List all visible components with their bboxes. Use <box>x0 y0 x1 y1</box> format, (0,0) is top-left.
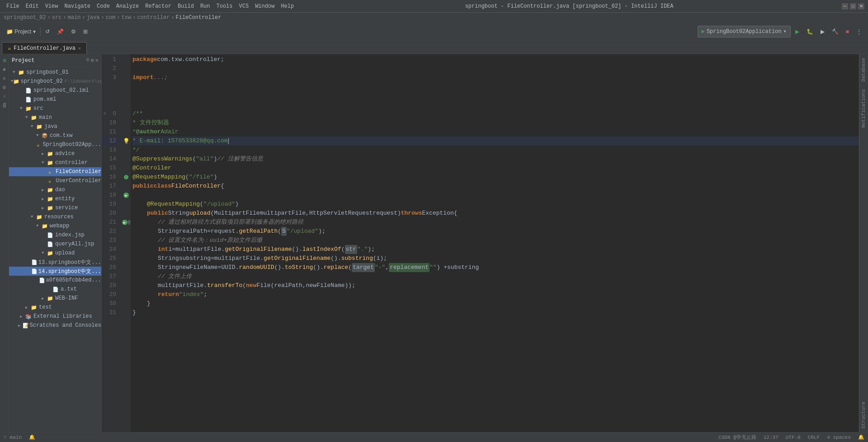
run-config-selector[interactable]: ▶ SpringBoot02Application ▾ <box>698 26 791 38</box>
tree-external-libs[interactable]: ▶ 📚 External Libraries <box>9 312 101 321</box>
left-icon-panel: ⊞ ★ ≡ ⚙ ⑂ 🗄 <box>0 54 9 432</box>
stop-button[interactable]: ■ <box>843 25 852 38</box>
tree-14springboot[interactable]: 📄 14.springboot中文... <box>9 267 101 276</box>
status-encoding[interactable]: UTF-8 <box>786 435 801 440</box>
status-branch[interactable]: ⑂ main <box>4 435 22 440</box>
run-button[interactable]: ▶ <box>793 25 802 38</box>
breadcrumb-controller[interactable]: controller <box>137 14 170 21</box>
status-memory: 🔔 <box>858 434 864 440</box>
toolbar-expand-btn[interactable]: ⊞ <box>80 25 90 38</box>
folder-icon: 📁 <box>6 28 13 35</box>
close-button[interactable]: ✕ <box>858 3 864 9</box>
breadcrumb-java[interactable]: java <box>87 14 100 21</box>
tree-webinf[interactable]: ▶ 📁 WEB-INF <box>9 294 101 303</box>
tree-atxt[interactable]: 📄 a.txt <box>9 285 101 294</box>
breadcrumb-filecontroller[interactable]: FileController <box>176 14 222 21</box>
minimize-button[interactable]: ─ <box>842 3 848 9</box>
title-bar: File Edit View Navigate Code Analyze Ref… <box>0 0 868 13</box>
menu-refactor[interactable]: Refactor <box>142 2 174 10</box>
tree-comtxw[interactable]: ▼ 📦 com.txw <box>9 131 101 140</box>
tree-pom[interactable]: 📄 pom.xml <box>9 95 101 104</box>
tree-usercontroller[interactable]: ☕ UserController <box>9 176 101 185</box>
menu-edit[interactable]: Edit <box>23 2 42 10</box>
toolbar-pin-btn[interactable]: 📌 <box>54 25 66 38</box>
left-icon-db[interactable]: 🗄 <box>0 101 9 109</box>
maximize-button[interactable]: □ <box>850 3 856 9</box>
run-marker-17[interactable]: ▶ <box>123 193 129 198</box>
sidebar-gear-btn[interactable]: ⚙ <box>91 57 94 64</box>
window-controls[interactable]: ─ □ ✕ <box>842 3 864 9</box>
tree-scratches[interactable]: ▶ 📝 Scratches and Consoles <box>9 321 101 330</box>
run-marker-20[interactable]: ▶ <box>122 220 127 225</box>
menu-help[interactable]: Help <box>278 2 297 10</box>
tree-controller[interactable]: ▼ 📁 controller <box>9 158 101 167</box>
folded-lines <box>132 82 859 109</box>
status-indent[interactable]: 4 spaces <box>827 435 851 440</box>
debug-button[interactable]: 🐛 <box>804 25 816 38</box>
menu-build[interactable]: Build <box>175 2 197 10</box>
code-content[interactable]: package com.txw.controller; import ...; … <box>131 54 859 432</box>
menu-file[interactable]: File <box>4 2 22 10</box>
tree-dao[interactable]: ▶ 📁 dao <box>9 185 101 194</box>
coverage-button[interactable]: ▶ <box>818 25 827 38</box>
menu-analyze[interactable]: Analyze <box>113 2 142 10</box>
tree-uuid-file[interactable]: 📄 a0f605bfcbb4ed... <box>9 276 101 285</box>
line-numbers: 1 2 3 ≡9 10 11 12 13 14 15 16 17 18 19 2… <box>102 54 123 432</box>
menu-code[interactable]: Code <box>94 2 113 10</box>
tree-src[interactable]: ▼ 📁 src <box>9 104 101 113</box>
sidebar-hide-btn[interactable]: ✕ <box>95 57 99 64</box>
tree-springboot02[interactable]: ▼ 📁 springboot_02 F:\IdeaWork\spr <box>9 77 101 86</box>
tree-indexjsp[interactable]: 📄 index.jsp <box>9 230 101 240</box>
sidebar-collapse-btn[interactable]: ≡ <box>86 57 89 64</box>
tree-13springboot[interactable]: 📄 13.springboot中文... <box>9 258 101 267</box>
tree-springbootapp[interactable]: ☕ SpringBoot02App... <box>9 140 101 149</box>
tree-main[interactable]: ▼ 📁 main <box>9 113 101 122</box>
more-actions-btn[interactable]: ⋮ <box>854 25 864 38</box>
tree-entity[interactable]: ▶ 📁 entity <box>9 194 101 203</box>
status-position[interactable]: 12:37 <box>764 435 778 440</box>
tree-service[interactable]: ▶ 📁 service <box>9 203 101 212</box>
tree-advice[interactable]: ▶ 📁 advice <box>9 149 101 158</box>
sidebar-title: Project <box>12 57 34 64</box>
left-icon-bookmark[interactable]: ★ <box>0 65 9 73</box>
left-icon-structure[interactable]: ≡ <box>0 74 9 82</box>
code-container[interactable]: 1 2 3 ≡9 10 11 12 13 14 15 16 17 18 19 2… <box>102 54 859 432</box>
menu-window[interactable]: Window <box>252 2 277 10</box>
menu-tools[interactable]: Tools <box>214 2 236 10</box>
toolbar-project-btn[interactable]: 📁 Project ▾ <box>4 25 38 38</box>
tree-filecontroller[interactable]: ☕ FileController <box>9 167 101 176</box>
left-icon-project[interactable]: ⊞ <box>0 56 9 64</box>
tab-icon: ☕ <box>8 45 11 52</box>
toolbar-gear-btn[interactable]: ⚙ <box>68 25 79 38</box>
tree-upload[interactable]: ▼ 📁 upload <box>9 249 101 258</box>
tab-close-btn[interactable]: ✕ <box>78 46 81 51</box>
vtab-notifications[interactable]: Notifications <box>859 85 868 132</box>
left-icon-services[interactable]: ⚙ <box>0 83 9 91</box>
build-button[interactable]: 🔨 <box>829 25 841 38</box>
menu-navigate[interactable]: Navigate <box>61 2 93 10</box>
left-icon-git[interactable]: ⑂ <box>0 92 9 100</box>
tree-queryalljsp[interactable]: 📄 queryAll.jsp <box>9 240 101 249</box>
tree-java[interactable]: ▼ 📁 java <box>9 122 101 131</box>
tree-resources[interactable]: ▼ 📁 resources <box>9 212 101 221</box>
bulb-icon[interactable]: 💡 <box>123 138 130 145</box>
breadcrumb-main[interactable]: main <box>68 14 81 21</box>
status-line-ending[interactable]: CRLF <box>808 435 820 440</box>
breadcrumb-src[interactable]: src <box>52 14 62 21</box>
tab-filecontroller[interactable]: ☕ FileController.java ✕ <box>2 42 87 54</box>
menu-vcs[interactable]: VCS <box>236 2 252 10</box>
breadcrumb-txw[interactable]: txw <box>121 14 131 21</box>
toolbar-sync-btn[interactable]: ↺ <box>42 25 52 38</box>
vtab-structure[interactable]: Structure <box>859 398 868 432</box>
tree-iml[interactable]: 📄 springboot_02.iml <box>9 86 101 95</box>
vtab-database[interactable]: Database <box>859 54 868 85</box>
breadcrumb-com[interactable]: com <box>106 14 116 21</box>
menu-run[interactable]: Run <box>198 2 213 10</box>
tree-springboot01[interactable]: ▼ 📁 springboot_01 <box>9 68 101 77</box>
tree-test[interactable]: ▶ 📁 test <box>9 303 101 312</box>
menu-view[interactable]: View <box>42 2 61 10</box>
run-marker-15[interactable] <box>124 175 128 179</box>
menu-bar[interactable]: File Edit View Navigate Code Analyze Ref… <box>4 2 297 10</box>
breadcrumb-springboot02[interactable]: springboot_02 <box>4 14 46 21</box>
tree-webapp[interactable]: ▼ 📁 webapp <box>9 221 101 230</box>
